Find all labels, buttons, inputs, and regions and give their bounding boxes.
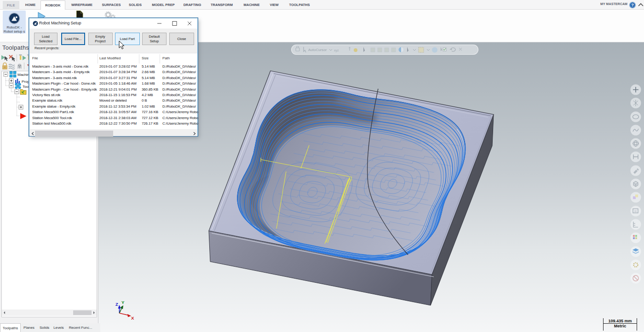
svg-text:X: X — [131, 315, 134, 321]
svg-text:AutoCursor: AutoCursor — [308, 48, 327, 52]
svg-text:Z: Z — [115, 302, 118, 307]
svg-text:xyz: xyz — [334, 49, 339, 52]
svg-text:Y: Y — [121, 300, 125, 305]
